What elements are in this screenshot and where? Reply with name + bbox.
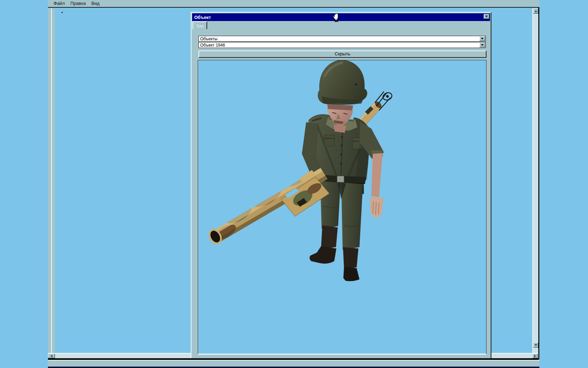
scroll-up-button[interactable]: [533, 8, 538, 14]
chevron-down-icon: [481, 44, 484, 46]
chevron-down-icon: [481, 38, 484, 40]
object-dialog: Объект ✕ Тип Объекты Объект 1946 Скрыть: [191, 12, 491, 358]
category-dropdown-value: Объекты: [200, 36, 218, 41]
close-button[interactable]: ✕: [484, 14, 489, 19]
dialog-title: Объект: [194, 15, 211, 20]
desktop: Файл Правка Вид: [0, 0, 588, 368]
menu-bar: Файл Правка Вид: [48, 0, 539, 8]
dialog-title-bar[interactable]: Объект: [192, 13, 490, 21]
window-right-border: [538, 8, 539, 360]
tab-type[interactable]: Тип: [192, 21, 207, 29]
category-dropdown-button[interactable]: [479, 36, 485, 41]
window-bottom-edge: [48, 367, 539, 368]
window-left-border: [48, 8, 55, 353]
canvas-origin-dot: [62, 12, 63, 13]
tab-type-label: Тип: [196, 23, 204, 29]
scroll-right-icon: [534, 355, 536, 357]
object-dropdown-value: Объект 1946: [200, 43, 225, 48]
scroll-left-icon: [50, 355, 52, 357]
vertical-scrollbar[interactable]: [532, 8, 538, 353]
hide-button[interactable]: Скрыть: [198, 50, 486, 58]
scroll-up-icon: [534, 10, 537, 12]
scroll-down-icon: [534, 344, 537, 346]
object-dropdown[interactable]: Объект 1946: [198, 42, 486, 48]
close-icon: ✕: [485, 14, 488, 18]
scroll-down-button[interactable]: [533, 342, 538, 348]
model-viewport[interactable]: [198, 60, 486, 355]
scroll-left-button[interactable]: [48, 354, 55, 358]
status-bar: [48, 360, 539, 367]
menu-item-edit[interactable]: Правка: [68, 0, 89, 7]
scroll-right-button[interactable]: [532, 354, 538, 358]
object-dropdown-button[interactable]: [479, 43, 485, 47]
category-dropdown[interactable]: Объекты: [198, 36, 486, 42]
soldier-3d-model: [198, 60, 486, 354]
menu-item-file[interactable]: Файл: [51, 0, 68, 7]
held-launcher: [206, 166, 329, 246]
menu-item-view[interactable]: Вид: [89, 0, 103, 7]
